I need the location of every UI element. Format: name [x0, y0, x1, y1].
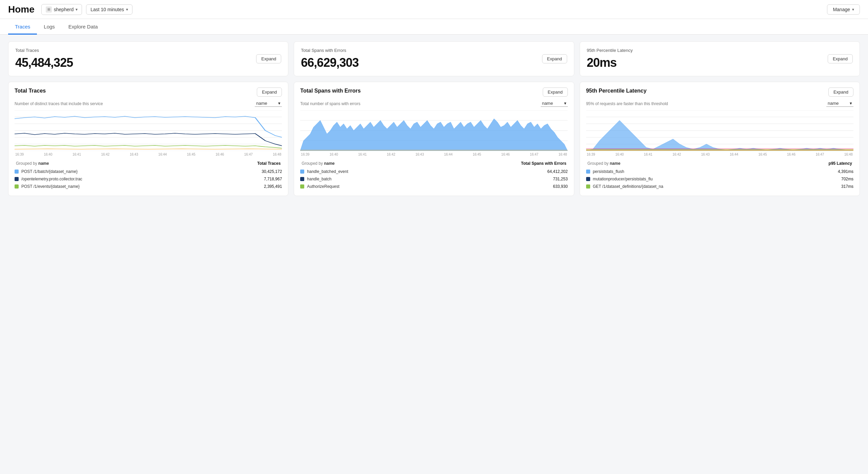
chart-title-2: 95th Percentile Latency	[586, 87, 647, 95]
expand-button-chart-0[interactable]: Expand	[257, 87, 282, 97]
chart-card-0: Total Traces Expand Number of distinct t…	[8, 82, 288, 196]
chart-card-header-0: Total Traces Expand	[15, 87, 282, 97]
chart-filter-dropdown-2[interactable]: name ▾	[826, 100, 853, 107]
manage-button[interactable]: Manage ▾	[827, 4, 860, 15]
chart-title-1: Total Spans with Errors	[300, 87, 360, 95]
stat-card-left-1: Total Spans with Errors 66,629,303	[301, 48, 358, 70]
chart-x-labels-0: 16:39 16:40 16:41 16:42 16:43 16:44 16:4…	[15, 153, 282, 156]
chart-desc-2: 95% of requests are faster than this thr…	[586, 101, 668, 106]
timerange-label: Last 10 minutes	[90, 7, 124, 12]
table-row: GET /1/dataset_definitions/{dataset_na 3…	[586, 183, 853, 190]
service-label: shepherd	[54, 7, 74, 12]
legend-dot	[586, 170, 590, 174]
chart-table-header-0: Grouped by name Total Traces	[15, 161, 282, 166]
table-row: handle_batched_event 64,412,202	[300, 168, 567, 175]
chart-table-header-2: Grouped by name p95 Latency	[586, 161, 853, 166]
chevron-down-icon-filter-1: ▾	[564, 101, 566, 106]
chevron-down-icon-manage: ▾	[852, 7, 854, 12]
tab-traces[interactable]: Traces	[8, 19, 37, 35]
top-bar: Home ⊞ shepherd ▾ Last 10 minutes ▾ Mana…	[0, 0, 868, 19]
chevron-down-icon-filter-0: ▾	[278, 101, 281, 106]
expand-button-stat-2[interactable]: Expand	[828, 54, 853, 63]
service-icon: ⊞	[46, 6, 52, 13]
chart-title-0: Total Traces	[15, 87, 46, 95]
legend-dot	[586, 184, 590, 189]
table-row: persiststats_flush 4,391ms	[586, 168, 853, 175]
stat-label-1: Total Spans with Errors	[301, 48, 358, 53]
stats-row: Total Traces 45,484,325 Expand Total Spa…	[8, 41, 860, 76]
stat-label-2: 95th Percentile Latency	[587, 48, 633, 53]
chevron-down-icon: ▾	[76, 7, 78, 12]
chart-filter-row-1: Total number of spans with errors name ▾	[300, 100, 567, 107]
chart-card-header-2: 95th Percentile Latency Expand	[586, 87, 853, 97]
legend-dot	[300, 184, 304, 189]
expand-button-chart-1[interactable]: Expand	[543, 87, 568, 97]
stat-card-2: 95th Percentile Latency 20ms Expand	[580, 41, 860, 76]
timerange-dropdown[interactable]: Last 10 minutes ▾	[86, 4, 132, 15]
chart-area-0: 16:39 16:40 16:41 16:42 16:43 16:44 16:4…	[15, 110, 282, 158]
chart-x-labels-2: 16:39 16:40 16:41 16:42 16:43 16:44 16:4…	[586, 153, 853, 156]
chart-filter-dropdown-0[interactable]: name ▾	[255, 100, 282, 107]
chart-svg-2	[586, 110, 853, 151]
tab-explore-data[interactable]: Explore Data	[62, 19, 105, 35]
stat-card-0: Total Traces 45,484,325 Expand	[8, 41, 288, 76]
chart-table-header-1: Grouped by name Total Spans with Errors	[300, 161, 567, 166]
table-row: POST /1/batch/{dataset_name} 30,425,172	[15, 168, 282, 175]
expand-button-stat-0[interactable]: Expand	[256, 54, 281, 63]
stat-label-0: Total Traces	[15, 48, 73, 53]
chart-desc-1: Total number of spans with errors	[300, 101, 360, 106]
chart-filter-dropdown-1[interactable]: name ▾	[541, 100, 568, 107]
chart-cards-row: Total Traces Expand Number of distinct t…	[8, 82, 860, 196]
legend-dot	[15, 170, 19, 174]
chart-card-2: 95th Percentile Latency Expand 95% of re…	[580, 82, 860, 196]
chart-card-title-group-2: 95th Percentile Latency	[586, 87, 647, 95]
stat-card-1: Total Spans with Errors 66,629,303 Expan…	[294, 41, 574, 76]
chart-table-1: Grouped by name Total Spans with Errors …	[300, 161, 567, 190]
chart-table-2: Grouped by name p95 Latency persiststats…	[586, 161, 853, 190]
expand-button-stat-1[interactable]: Expand	[542, 54, 567, 63]
tabs-bar: Traces Logs Explore Data	[0, 19, 868, 35]
legend-dot	[300, 170, 304, 174]
stat-value-2: 20ms	[587, 56, 633, 70]
page-title: Home	[8, 4, 35, 15]
stat-value-0: 45,484,325	[15, 56, 73, 70]
table-row: POST /1/events/{dataset_name} 2,395,491	[15, 183, 282, 190]
stat-card-left-2: 95th Percentile Latency 20ms	[587, 48, 633, 70]
chart-desc-0: Number of distinct traces that include t…	[15, 101, 103, 106]
table-row: mutationproducer/persiststats_flu 702ms	[586, 175, 853, 183]
chart-filter-row-2: 95% of requests are faster than this thr…	[586, 100, 853, 107]
chart-card-header-1: Total Spans with Errors Expand	[300, 87, 567, 97]
chart-filter-row-0: Number of distinct traces that include t…	[15, 100, 282, 107]
service-dropdown[interactable]: ⊞ shepherd ▾	[41, 4, 82, 15]
chevron-down-icon-filter-2: ▾	[850, 101, 852, 106]
chart-svg-1	[300, 110, 567, 151]
table-row: /opentelemetry.proto.collector.trac 7,71…	[15, 175, 282, 183]
chart-area-2: 16:39 16:40 16:41 16:42 16:43 16:44 16:4…	[586, 110, 853, 158]
expand-button-chart-2[interactable]: Expand	[828, 87, 853, 97]
legend-dot	[300, 177, 304, 181]
chart-card-title-group-0: Total Traces	[15, 87, 46, 95]
legend-dot	[15, 184, 19, 189]
legend-dot	[15, 177, 19, 181]
chart-svg-0	[15, 110, 282, 151]
table-row: AuthorizeRequest 633,930	[300, 183, 567, 190]
stat-value-1: 66,629,303	[301, 56, 358, 70]
chart-card-1: Total Spans with Errors Expand Total num…	[294, 82, 574, 196]
chart-area-1: 16:39 16:40 16:41 16:42 16:43 16:44 16:4…	[300, 110, 567, 158]
manage-label: Manage	[833, 7, 850, 12]
table-row: handle_batch 731,253	[300, 175, 567, 183]
stat-card-left-0: Total Traces 45,484,325	[15, 48, 73, 70]
chart-card-title-group-1: Total Spans with Errors	[300, 87, 360, 95]
chart-table-0: Grouped by name Total Traces POST /1/bat…	[15, 161, 282, 190]
tab-logs[interactable]: Logs	[37, 19, 62, 35]
legend-dot	[586, 177, 590, 181]
main-content: Total Traces 45,484,325 Expand Total Spa…	[0, 35, 868, 203]
chevron-down-icon-time: ▾	[126, 7, 128, 12]
chart-x-labels-1: 16:39 16:40 16:41 16:42 16:43 16:44 16:4…	[300, 153, 567, 156]
